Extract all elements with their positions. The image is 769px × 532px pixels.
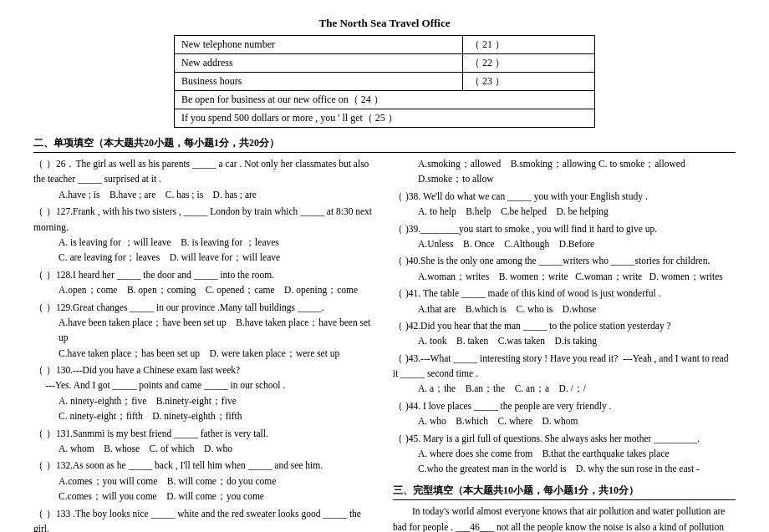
question-26: （ ）26．The girl as well as his parents __…: [33, 156, 376, 202]
q-options: A. who B.which C. where D. whom: [418, 413, 736, 428]
q-text: （ ）131.Sanmmi is my best friend _____ fa…: [33, 428, 268, 438]
q-options: A. is leaving for ；will leave B. is leav…: [59, 235, 376, 266]
table-cell-value: （ 21 ）: [463, 36, 595, 54]
q-text: （ )45. Mary is a girl full of questions.…: [393, 433, 700, 443]
question-40: （ )40.She is the only one among the ____…: [393, 253, 736, 284]
table-cell-label: New address: [175, 54, 463, 73]
table-cell-label: If you spend 500 dollars or more , you '…: [175, 109, 595, 128]
q-text: （ ）127.Frank , with his two sisters , __…: [33, 206, 372, 231]
table-cell-label: New telephone number: [175, 36, 463, 54]
q-options: A.smoking；allowed B.smoking；allowing C. …: [418, 156, 736, 187]
question-130: （ ）130.---Did you have a Chinese exam la…: [33, 362, 376, 424]
q-options: A.have ; is B.have ; are C. has ; is D. …: [59, 187, 376, 202]
q-options: A. ninety-eighth；five B.ninety-eight；fiv…: [59, 393, 376, 424]
question-44: （ )44. I love places _____ the people ar…: [393, 398, 736, 429]
q-text: （ )42.Did you hear that the man _____ to…: [393, 321, 671, 331]
q-options: A. a；the B.an；the C. an；a D. /；/: [418, 381, 736, 396]
q-options: A. took B. taken C.was taken D.is taking: [418, 333, 736, 348]
section2-left: （ ）26．The girl as well as his parents __…: [33, 156, 376, 532]
passage1: In today's world almost everyone knows t…: [393, 504, 736, 532]
question-129: （ ）129.Great changes _____ in our provin…: [33, 300, 376, 362]
question-137-options: A.smoking；allowed B.smoking；allowing C. …: [393, 156, 736, 187]
q-text: （ )39.________you start to smoke , you w…: [393, 224, 657, 234]
question-43: （ )43.---What _____ interesting story ! …: [393, 351, 736, 397]
table-row: New address （ 22 ）: [175, 54, 595, 73]
q-options: A.comes；you will come B. will come；do yo…: [59, 474, 376, 504]
q-text: （ )41. The table _____ made of this kind…: [393, 288, 661, 298]
q-text: （ ）132.As soon as he _____ back , I'll t…: [33, 460, 323, 470]
q-options: A. to help B.help C.be helped D. be help…: [418, 204, 736, 219]
q-options: A.Unless B. Once C.Although D.Before: [418, 236, 736, 251]
q-text: （ )38. We'll do what we can _____ you wi…: [393, 191, 648, 201]
section3-header: 三、完型填空（本大题共10小题，每小题1分，共10分）: [393, 484, 736, 500]
q-options: A.that are B.which is C. who is D.whose: [418, 301, 736, 317]
table-row: Be open for business at our new office o…: [175, 91, 595, 109]
q-text: （ ）26．The girl as well as his parents __…: [33, 159, 369, 184]
question-42: （ )42.Did you hear that the man _____ to…: [393, 318, 736, 349]
q-options: A.open；come B. open；coming C. opened；cam…: [59, 282, 376, 297]
table-row: If you spend 500 dollars or more , you '…: [175, 109, 595, 128]
question-39: （ )39.________you start to smoke , you w…: [393, 221, 736, 252]
q-options: A.woman；writes B. women；write C.woman；wr…: [418, 269, 736, 284]
question-41: （ )41. The table _____ made of this kind…: [393, 286, 736, 317]
table-row: New telephone number （ 21 ）: [175, 36, 595, 54]
q-text: （ ）129.Great changes _____ in our provin…: [33, 302, 324, 312]
question-128: （ ）128.I heard her _____ the door and __…: [33, 267, 376, 298]
q-text: （ )40.She is the only one among the ____…: [393, 256, 710, 266]
table-cell-value: （ 23 ）: [463, 73, 595, 91]
question-132: （ ）132.As soon as he _____ back , I'll t…: [33, 458, 376, 504]
q-options: A.have been taken place；have been set up…: [59, 315, 376, 361]
table-cell-label: Business hours: [175, 73, 463, 91]
page-title: The North Sea Travel Office: [33, 17, 736, 30]
q-text: （ ）130.---Did you have a Chinese exam la…: [33, 365, 285, 390]
question-38: （ )38. We'll do what we can _____ you wi…: [393, 189, 736, 220]
question-131: （ ）131.Sanmmi is my best friend _____ fa…: [33, 426, 376, 457]
question-127: （ ）127.Frank , with his two sisters , __…: [33, 204, 376, 266]
info-table: New telephone number （ 21 ） New address …: [174, 35, 595, 128]
q-text: （ )44. I love places _____ the people ar…: [393, 401, 611, 411]
q-options: A. whom B. whose C. of which D. who: [59, 441, 376, 456]
q-options: A. where does she come from B.that the e…: [418, 446, 736, 477]
question-133: （ ）133 .The boy looks nice _____ white a…: [33, 506, 376, 532]
section2-header: 二、单项填空（本大题共20小题，每小题1分，共20分）: [33, 136, 736, 153]
table-row: Business hours （ 23 ）: [175, 73, 595, 91]
section2-right: A.smoking；allowed B.smoking；allowing C. …: [393, 156, 736, 532]
q-text: （ )43.---What _____ interesting story ! …: [393, 353, 728, 378]
table-cell-value: （ 22 ）: [463, 54, 595, 73]
question-45: （ )45. Mary is a girl full of questions.…: [393, 431, 736, 477]
q-text: （ ）128.I heard her _____ the door and __…: [33, 270, 274, 280]
q-text: （ ）133 .The boy looks nice _____ white a…: [33, 509, 361, 532]
table-cell-label: Be open for business at our new office o…: [175, 91, 595, 109]
